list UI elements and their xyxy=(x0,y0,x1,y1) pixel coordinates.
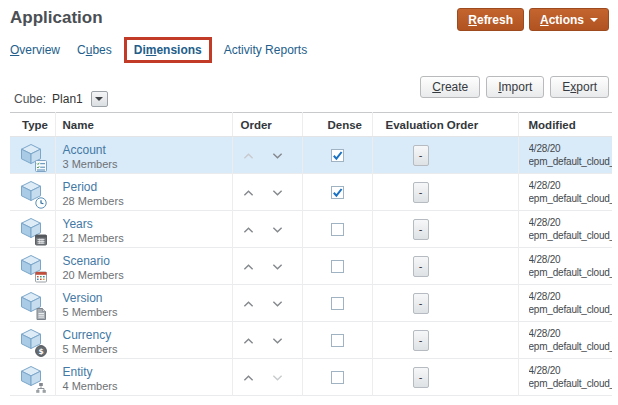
dimension-link[interactable]: Account xyxy=(63,143,106,158)
move-down-button[interactable] xyxy=(272,146,283,164)
cube-selector: Cube: Plan1 xyxy=(14,90,108,107)
tab-cubes[interactable]: Cubes xyxy=(77,43,112,57)
modified-date: 4/28/20 xyxy=(529,327,613,340)
modified-date: 4/28/20 xyxy=(529,142,613,155)
evaluation-order-button[interactable]: - xyxy=(413,182,429,203)
dense-checkbox[interactable] xyxy=(331,149,344,162)
caret-down-icon xyxy=(95,97,103,101)
dense-checkbox[interactable] xyxy=(331,297,344,310)
modified-date: 4/28/20 xyxy=(529,179,613,192)
modified-date: 4/28/20 xyxy=(529,253,613,266)
member-count: 28 Members xyxy=(63,195,232,208)
modified-by: epm_default_cloud_ xyxy=(529,155,613,168)
move-down-button[interactable] xyxy=(272,183,283,201)
modified-by: epm_default_cloud_ xyxy=(529,192,613,205)
dense-checkbox[interactable] xyxy=(331,260,344,273)
evaluation-order-button[interactable]: - xyxy=(413,330,429,351)
modified-by: epm_default_cloud_ xyxy=(529,229,613,242)
member-count: 5 Members xyxy=(63,343,232,356)
dimension-link[interactable]: Version xyxy=(63,291,103,306)
dimension-link[interactable]: Entity xyxy=(63,365,93,380)
table-row-period[interactable]: Period 28 Members - 4/28/20 epm_default_… xyxy=(10,174,612,211)
cube-years-icon xyxy=(19,216,45,242)
type-badge-icon xyxy=(35,269,47,281)
column-header-name: Name xyxy=(55,113,232,137)
cube-label: Cube: xyxy=(14,92,46,106)
move-down-button[interactable] xyxy=(272,331,283,349)
cube-currency-icon: $ xyxy=(19,327,45,353)
column-header-order: Order xyxy=(232,113,302,137)
table-header-row: Type Name Order Dense Evaluation Order M… xyxy=(10,113,612,137)
svg-text:$: $ xyxy=(38,347,43,356)
table-row-currency[interactable]: $ Currency 5 Members - 4/28/20 epm_defau… xyxy=(10,322,612,359)
dense-checkbox[interactable] xyxy=(331,223,344,236)
move-down-button[interactable] xyxy=(272,368,283,386)
move-up-button[interactable] xyxy=(243,257,254,275)
export-button[interactable]: Export xyxy=(550,76,609,98)
modified-by: epm_default_cloud_ xyxy=(529,266,613,279)
move-up-button[interactable] xyxy=(243,146,254,164)
table-row-entity[interactable]: Entity 4 Members - 4/28/20 epm_default_c… xyxy=(10,359,612,396)
move-down-button[interactable] xyxy=(272,294,283,312)
type-badge-icon xyxy=(35,380,47,392)
move-up-button[interactable] xyxy=(243,294,254,312)
table-row-scenario[interactable]: Scenario 20 Members - 4/28/20 epm_defaul… xyxy=(10,248,612,285)
type-badge-icon xyxy=(35,195,47,207)
type-badge-icon xyxy=(35,232,47,244)
evaluation-order-button[interactable]: - xyxy=(413,219,429,240)
member-count: 4 Members xyxy=(63,380,232,393)
dense-checkbox[interactable] xyxy=(331,334,344,347)
cube-account-icon xyxy=(19,142,45,168)
header-actions: Refresh Actions xyxy=(457,8,609,31)
modified-date: 4/28/20 xyxy=(529,216,613,229)
dimension-link[interactable]: Currency xyxy=(63,328,112,343)
move-down-button[interactable] xyxy=(272,257,283,275)
dense-checkbox[interactable] xyxy=(331,371,344,384)
cube-entity-icon xyxy=(19,364,45,390)
table-row-version[interactable]: Version 5 Members - 4/28/20 epm_default_… xyxy=(10,285,612,322)
dimension-link[interactable]: Scenario xyxy=(63,254,110,269)
move-down-button[interactable] xyxy=(272,220,283,238)
move-up-button[interactable] xyxy=(243,331,254,349)
column-header-modified: Modified xyxy=(518,113,612,137)
dimensions-table: Type Name Order Dense Evaluation Order M… xyxy=(10,112,612,396)
evaluation-order-button[interactable]: - xyxy=(413,367,429,388)
move-up-button[interactable] xyxy=(243,368,254,386)
dimension-link[interactable]: Period xyxy=(63,180,98,195)
modified-by: epm_default_cloud_ xyxy=(529,303,613,316)
modified-date: 4/28/20 xyxy=(529,290,613,303)
import-button[interactable]: Import xyxy=(486,76,544,98)
modified-by: epm_default_cloud_ xyxy=(529,340,613,353)
dimension-link[interactable]: Years xyxy=(63,217,93,232)
table-row-account[interactable]: Account 3 Members - 4/28/20 epm_default_… xyxy=(10,137,612,174)
caret-down-icon xyxy=(590,18,598,22)
evaluation-order-button[interactable]: - xyxy=(413,293,429,314)
tab-dimensions[interactable]: Dimensions xyxy=(124,37,212,63)
tab-overview[interactable]: Overview xyxy=(10,43,60,57)
refresh-button[interactable]: Refresh xyxy=(457,8,524,31)
type-badge-icon xyxy=(35,158,47,170)
page-title: Application xyxy=(10,8,103,28)
application-page: Application Refresh Actions OverviewCube… xyxy=(0,0,618,405)
create-button[interactable]: Create xyxy=(420,76,480,98)
member-count: 21 Members xyxy=(63,232,232,245)
member-count: 3 Members xyxy=(63,158,232,171)
cube-period-icon xyxy=(19,179,45,205)
actions-button[interactable]: Actions xyxy=(529,8,609,31)
type-badge-icon: $ xyxy=(35,343,47,355)
cube-value: Plan1 xyxy=(52,92,83,106)
cube-dropdown-button[interactable] xyxy=(91,91,108,107)
tab-activity-reports[interactable]: Activity Reports xyxy=(224,43,307,57)
type-badge-icon xyxy=(35,306,47,318)
table-toolbar: Create Import Export xyxy=(420,76,609,98)
evaluation-order-button[interactable]: - xyxy=(413,256,429,277)
modified-by: epm_default_cloud_ xyxy=(529,377,613,390)
member-count: 20 Members xyxy=(63,269,232,282)
dense-checkbox[interactable] xyxy=(331,186,344,199)
evaluation-order-button[interactable]: - xyxy=(413,145,429,166)
table-row-years[interactable]: Years 21 Members - 4/28/20 epm_default_c… xyxy=(10,211,612,248)
column-header-type: Type xyxy=(10,113,55,137)
move-up-button[interactable] xyxy=(243,183,254,201)
modified-date: 4/28/20 xyxy=(529,364,613,377)
move-up-button[interactable] xyxy=(243,220,254,238)
